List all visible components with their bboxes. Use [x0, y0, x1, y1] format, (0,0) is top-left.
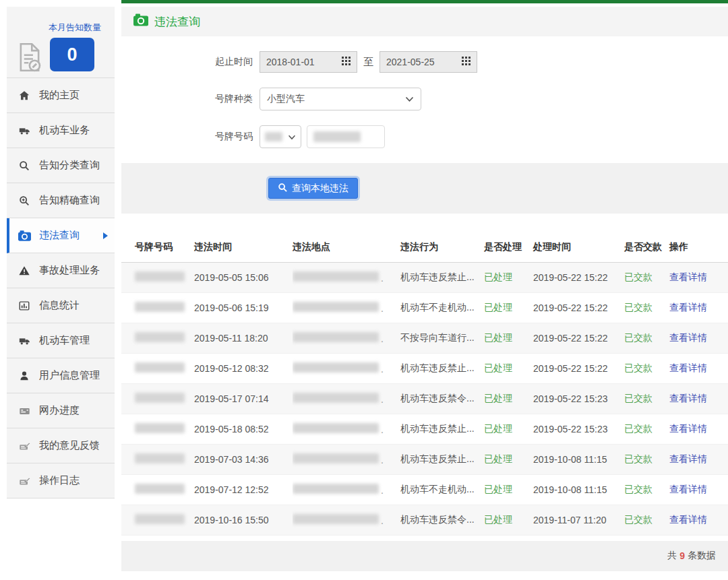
paid-status: 已交款 — [624, 353, 669, 383]
paid-status: 已交款 — [624, 383, 669, 414]
redacted-plate — [135, 271, 185, 282]
view-details-link[interactable]: 查看详情 — [669, 332, 707, 343]
col-paid: 是否交款 — [624, 232, 669, 262]
view-details-link[interactable]: 查看详情 — [669, 302, 707, 313]
process-time-cell: 2019-05-22 15:22 — [533, 353, 624, 383]
sidebar-item-violation-query[interactable]: 违法查询 — [7, 218, 115, 253]
date-from-value: 2018-01-01 — [266, 57, 315, 67]
plate-cell — [121, 383, 194, 414]
chevron-down-icon — [288, 131, 296, 142]
redacted-plate — [135, 453, 185, 463]
notice-document-icon — [16, 42, 43, 75]
calendar-grid-icon[interactable] — [342, 57, 351, 67]
view-details-link[interactable]: 查看详情 — [669, 514, 707, 525]
action-cell: 查看详情 — [669, 323, 728, 353]
sidebar-item-label: 我的主页 — [39, 89, 80, 102]
sidebar-item-operation-log[interactable]: 操作日志 — [7, 463, 115, 498]
processed-status: 已处理 — [484, 414, 533, 444]
query-button-bar: 查询本地违法 — [121, 163, 728, 214]
violation-time-cell: 2019-05-05 15:06 — [194, 262, 293, 292]
sidebar-item-user-info-management[interactable]: 用户信息管理 — [7, 358, 115, 393]
violation-time-cell: 2019-05-12 08:32 — [194, 353, 293, 383]
action-cell: 查看详情 — [669, 383, 728, 414]
view-details-link[interactable]: 查看详情 — [669, 423, 707, 434]
view-details-link[interactable]: 查看详情 — [669, 484, 707, 494]
redacted-place — [293, 484, 379, 494]
user-icon — [18, 370, 31, 382]
plate-province-select[interactable] — [260, 125, 301, 148]
table-body: 2019-05-05 15:06.机动车违反禁止...已处理2019-05-22… — [121, 262, 728, 535]
view-details-link[interactable]: 查看详情 — [669, 453, 707, 464]
query-local-violations-button[interactable]: 查询本地违法 — [268, 178, 358, 199]
sidebar-item-vehicle-management[interactable]: 机动车管理 — [7, 323, 115, 358]
plate-type-select[interactable]: 小型汽车 — [260, 88, 421, 110]
warning-triangle-icon — [18, 265, 31, 277]
redacted-place — [293, 302, 379, 312]
violation-place-cell: . — [293, 505, 400, 535]
date-range-row: 起止时间 2018-01-01 至 2021-05-25 — [121, 51, 728, 73]
violation-place-cell: . — [293, 292, 400, 323]
paid-status: 已交款 — [624, 444, 669, 474]
violation-place-cell: . — [293, 262, 400, 292]
violation-time-cell: 2019-05-06 15:19 — [194, 292, 293, 323]
sidebar-item-home[interactable]: 我的主页 — [7, 78, 115, 113]
plate-type-label: 号牌种类 — [121, 93, 260, 105]
violation-time-cell: 2019-05-17 07:14 — [194, 383, 293, 414]
action-cell: 查看详情 — [669, 414, 728, 444]
plate-cell — [121, 323, 194, 353]
table-footer: 共 9 条数据 — [121, 541, 728, 571]
sidebar: 本月告知数量 0 我的主页 机动车业务 告知分类查询 告知精确查询 违法查询 — [7, 7, 115, 498]
date-to-separator: 至 — [363, 56, 373, 69]
calendar-grid-icon[interactable] — [462, 57, 471, 67]
plate-cell — [121, 474, 194, 505]
sidebar-item-label: 违法查询 — [39, 229, 80, 242]
redacted-province-value — [265, 132, 282, 141]
table-row: 2019-07-12 12:52.机动车不走机动...已处理2019-10-08… — [121, 474, 728, 505]
table-row: 2019-05-06 15:19.机动车不走机动...已处理2019-05-22… — [121, 292, 728, 323]
redacted-plate — [135, 423, 185, 433]
action-cell: 查看详情 — [669, 474, 728, 505]
violation-place-cell: . — [293, 414, 400, 444]
sidebar-item-label: 信息统计 — [39, 299, 80, 312]
plate-cell — [121, 292, 194, 323]
top-green-bar — [121, 0, 728, 3]
violation-behavior-cell: 机动车违反禁止... — [400, 414, 484, 444]
date-to-input[interactable]: 2021-05-25 — [380, 51, 477, 73]
sidebar-item-accident-business[interactable]: 事故处理业务 — [7, 253, 115, 288]
total-count: 9 — [679, 550, 685, 561]
sidebar-item-statistics[interactable]: 信息统计 — [7, 288, 115, 323]
plate-type-row: 号牌种类 小型汽车 — [121, 88, 728, 110]
table-row: 2019-05-17 07:14.机动车违反禁令...已处理2019-05-22… — [121, 383, 728, 414]
table-row: 2019-07-03 14:36.机动车违反禁止...已处理2019-10-08… — [121, 444, 728, 474]
sidebar-item-label: 操作日志 — [39, 474, 80, 487]
sidebar-item-label: 告知分类查询 — [39, 159, 100, 172]
process-time-cell: 2019-05-22 15:22 — [533, 323, 624, 353]
date-from-input[interactable]: 2018-01-01 — [260, 51, 357, 73]
id-card-icon — [18, 405, 31, 417]
sidebar-item-notice-category-query[interactable]: 告知分类查询 — [7, 148, 115, 183]
search-icon — [278, 183, 288, 195]
violation-behavior-cell: 机动车不走机动... — [400, 292, 484, 323]
sidebar-item-notice-precise-query[interactable]: 告知精确查询 — [7, 183, 115, 218]
paid-status: 已交款 — [624, 262, 669, 292]
view-details-link[interactable]: 查看详情 — [669, 362, 707, 373]
sidebar-item-vehicle-business[interactable]: 机动车业务 — [7, 113, 115, 148]
paid-status: 已交款 — [624, 414, 669, 444]
col-plate-number: 号牌号码 — [121, 232, 194, 262]
processed-status: 已处理 — [484, 353, 533, 383]
redacted-plate-value — [313, 131, 361, 142]
col-action: 操作 — [669, 232, 728, 262]
table-row: 2019-10-16 15:50.机动车违反禁令...已处理2019-11-07… — [121, 505, 728, 535]
plate-number-row: 号牌号码 — [121, 125, 728, 148]
view-details-link[interactable]: 查看详情 — [669, 271, 707, 282]
table-row: 2019-05-12 08:32.机动车违反禁止...已处理2019-05-22… — [121, 353, 728, 383]
sidebar-item-online-progress[interactable]: 网办进度 — [7, 393, 115, 428]
violation-place-cell: . — [293, 353, 400, 383]
violation-behavior-cell: 机动车违反禁止... — [400, 444, 484, 474]
plate-cell — [121, 414, 194, 444]
plate-number-input[interactable] — [307, 125, 385, 148]
plate-cell — [121, 353, 194, 383]
sidebar-item-feedback[interactable]: 我的意见反馈 — [7, 428, 115, 463]
view-details-link[interactable]: 查看详情 — [669, 393, 707, 404]
action-cell: 查看详情 — [669, 353, 728, 383]
